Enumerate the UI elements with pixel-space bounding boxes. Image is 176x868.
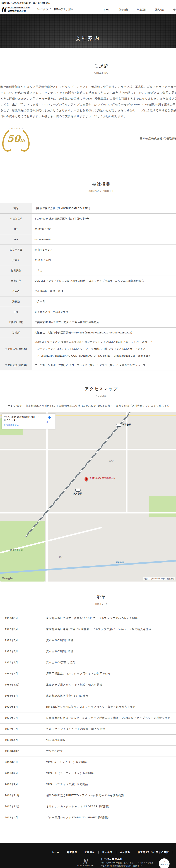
page-top-button[interactable]: ⌃ PAGE TOP [159,858,170,868]
table-row: 1972年4月東京都練馬区練馬1丁目に社屋移転。ゴルフクラブ用パーツやヘッド類の… [0,624,176,635]
footer-nav-legal[interactable]: 特定商取引法に関する表記 [134,851,173,854]
table-row: 1985年12月量産クラブ用メタルヘッド製造・輸入を開始 [0,679,176,690]
table-row: 事業内容OEMゴルフクラブ並びにゴルフ用品の開発／ ゴルフクラブ用部品・ゴルフ工… [0,276,176,286]
map-park-area [149,496,176,517]
greeting-subtitle: GREETING [0,72,176,74]
anniversary-word: Anniversary [2,127,29,129]
map-station-label: 氷川台駅 [73,492,82,495]
map-road [46,412,48,582]
table-row: 主要販売先(敬称略)ブリヂストンスポーツ(株)／ グローブライド（株） ／ ヤマ… [0,360,176,370]
profile-subtitle: COMPANY PROFILE [0,190,176,192]
map-area-label: 桜台 [59,556,64,559]
footer-nav-home[interactable]: ホーム [48,851,63,854]
nav-item-company[interactable]: 会社情報 [169,8,176,11]
table-row: 2013年6月VIVALα（ドライバー）販売開始 [0,757,176,768]
logo-text-jp: 日幸物産株式会社 [7,9,30,12]
table-row: 1966年3月東京都練馬区に設立。資本金100万円で、ゴルフクラブ部品の販売を開… [0,613,176,624]
table-row: 2015年2月VIVAL U（ユーティリティ）販売開始 [0,768,176,779]
nav-item-business[interactable]: 法人向け [151,8,169,11]
map-river-label: 石神井川 [116,561,124,564]
greeting-paragraph: 弊社は創業初期からゴルフ用品総合商社としてグリップ、シャフト、部品類を全国各地の… [0,84,176,119]
google-map-embed[interactable]: 平和台駅 氷川台駅 城北中央公園 早宮 桜台 石神井川 〒179-0084 東京… [0,412,176,582]
access-title: － アクセスマップ － [0,386,176,392]
greeting-line: るなど、新規製品の開発や販売にも注力しております。今後とも皆様にご満足いただけ、… [0,107,176,113]
footer-nav-contact[interactable]: お問い合わせ [173,851,176,854]
footer-nav-stores[interactable]: 取扱店舗 [81,851,99,854]
profile-title: － 会社概要 － [0,181,176,187]
table-row: 従業員数１２名 [0,266,176,276]
map-road [126,412,127,512]
access-section: － アクセスマップ － ACCESS 〒179-0084 東京都練馬区氷川台4-… [0,386,176,582]
anniversary-50th-emblem-icon: Anniversary 50th [2,126,29,152]
table-row: 1993年10月大阪支社設立 [0,746,176,757]
google-logo[interactable]: Google [2,577,13,580]
map-railway-line [25,412,130,537]
route-icon [47,415,51,420]
anniversary-suffix: th [20,138,25,143]
table-row: 本社所在地〒179-0084 東京都練馬区氷川台4丁目59番4号 [0,214,176,224]
nav-item-stores[interactable]: 取扱店舗 [133,8,151,11]
table-row: 主要仕入先(敬称略) (株)エストリックス／ 藤倉ゴム工業(株)／ コンポジット… [0,338,176,360]
site-logo[interactable]: N NIKKO BUSSAN CO.,LTD. 日幸物産株式会社 [2,6,30,13]
footer-company-name: 日幸物産株式会社 [101,858,153,861]
table-row: FAX03-3994-9354 [0,234,176,245]
site-header: N NIKKO BUSSAN CO.,LTD. 日幸物産株式会社 ゴルフクラブ・… [0,5,176,14]
table-row: 商号日幸物産株式会社（NIKKOBUSSAN CO.,LTD.） [0,203,176,214]
company-profile-table: 商号日幸物産株式会社（NIKKOBUSSAN CO.,LTD.） 本社所在地〒1… [0,203,176,370]
chevron-up-icon: ⌃ [159,861,169,863]
map-marker-pin-icon[interactable] [84,476,89,482]
history-subtitle: HISTORY [0,602,176,605]
map-station-label: 平和台駅 [122,423,131,426]
map-expand-link[interactable]: 拡大地図を表示 [4,424,53,427]
table-row: 2017年12月オリジナルカスタムシャフト CLOZSER 販売開始 [0,801,176,812]
nav-item-home[interactable]: ホーム [99,8,115,11]
footer-logo-text: NIKKO BUSSAN [77,865,95,867]
greeting-line: どをご評価いただき、大手メーカー様をはじめ多数の企業様よりOEM（委託生産）の案… [0,96,176,101]
map-route-button[interactable]: ルート [45,415,54,423]
table-row: 1973年3月資本金200万円に増資 [0,635,176,646]
greeting-line: 弊社は創業初期からゴルフ用品総合商社としてグリップ、シャフト、部品類を全国各地の… [0,84,176,90]
footer-logo[interactable]: N NIKKO BUSSAN [77,858,95,867]
greeting-title: － ご挨拶 － [0,63,176,69]
table-row: 1992年2月ゴルフクラブチタンヘッドの製造・輸入を開始 [0,723,176,735]
table-row: 1993年4月北京事務所開設 [0,735,176,746]
table-row: TEL03-3994-1033 [0,224,176,234]
main-nav: ホーム新着情報取扱店舗法人向け会社情報 [99,8,176,11]
map-attribution[interactable]: 地図データ ©2019 Google 利用規約 [143,577,175,581]
anniversary-number: 50 [7,133,20,144]
access-address-line: 〒179-0084 東京都練馬区氷川台4-59-4 日幸物産株式会社TEL 03… [0,404,176,408]
footer-nav-company[interactable]: 会社情報 [117,851,134,854]
hero-banner: 会社案内 [0,14,176,49]
table-row: 設立年月日昭和４１年３月 [0,245,176,255]
table-row: 2016年11月創業50周年記念DIRETTOドライバー高反発モデルを復刻発売 [0,790,176,801]
table-row: 1990年5月HH＆NK社を米国に設立。ゴルフクラブ用ヘッド製造・部品輸入を開始 [0,701,176,712]
site-tagline: ゴルフクラブ・用品の製造、販売 [35,8,73,11]
footer-nav: ホーム新着情報取扱店舗法人向け会社情報特定商取引法に関する表記お問い合わせ [0,843,176,854]
company-profile-section: － 会社概要 － COMPANY PROFILE 商号日幸物産株式会社（NIKK… [0,181,176,370]
table-row: 1975年3月資本金800万円に増資 [0,646,176,657]
nav-item-news[interactable]: 新着情報 [115,8,133,11]
footer-address: 〒179-0084 東京都練馬区氷川台4丁目59番4号 [101,865,153,867]
table-row: 資本金２,０００万円 [0,255,176,266]
greeting-section: － ご挨拶 － GREETING 弊社は創業初期からゴルフ用品総合商社としてグリ… [0,63,176,158]
table-row: 年商６５０百万円（平成３０年度） [0,307,176,317]
history-table: 1966年3月東京都練馬区に設立。資本金100万円で、ゴルフクラブ部品の販売を開… [0,613,176,823]
table-row: 1986年8月東京都練馬区氷川台4-59-4に移転 [0,690,176,701]
access-subtitle: ACCESS [0,395,176,397]
footer-nav-business[interactable]: 法人向け [99,851,117,854]
greeting-footer-row: Anniversary 50th 日幸物産株式会社 代表取締役 [0,124,176,158]
footer-logo-n-icon: N [83,858,89,864]
table-row: 営業所大阪支社：大阪市中央区高麗橋4-8-10-502 (TEL:06-6223… [0,328,176,338]
footer-company-info: 日幸物産株式会社 ゴルフクラブOEM製造、販売、部品、パーツ卸の日幸物産 〒17… [101,858,153,868]
table-row: 決算期２月末日 [0,297,176,307]
table-row: 2016年2月VIVALレフティ（左用）販売開始 [0,779,176,790]
map-road [0,448,176,451]
page-top-label: PAGE TOP [159,864,169,865]
map-info-card: 〒179-0084 東京都練馬区氷川台４丁目５９－４ ルート 拡大地図を表示 [2,414,55,429]
map-area-label: 早宮 [109,460,114,463]
history-title: － 沿革 － [0,594,176,599]
logo-n-icon: N [1,6,7,13]
footer-nav-news[interactable]: 新着情報 [63,851,81,854]
greeting-line: しても、主力ブランドであるVIVALシリーズのラインアップの充実や、かつてのロン… [0,101,176,107]
map-marker-label: 〒179-0084 東京都練馬区 [90,477,115,480]
